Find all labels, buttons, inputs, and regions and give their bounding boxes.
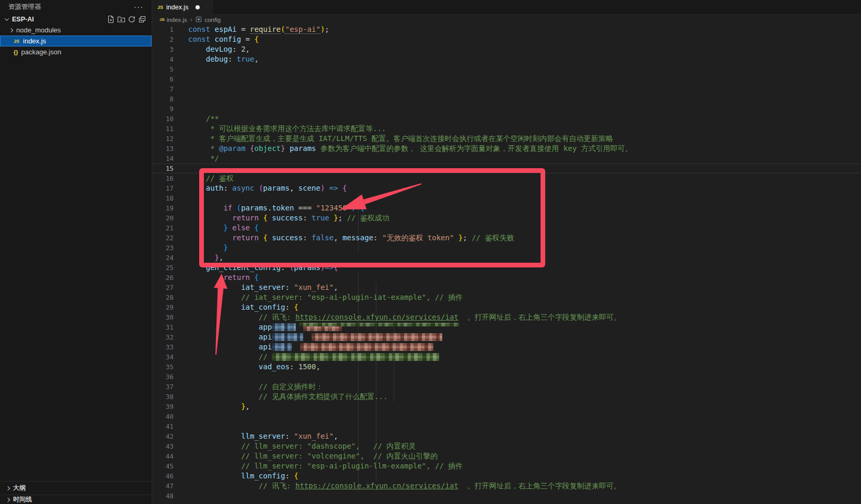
code-line[interactable]: 4 debug: true, <box>152 54 861 64</box>
new-folder-icon[interactable] <box>116 15 127 24</box>
code-line[interactable]: 5 <box>152 64 861 74</box>
code-line[interactable]: 39 }, <box>152 402 861 412</box>
line-number[interactable]: 12 <box>152 134 174 144</box>
line-number[interactable]: 38 <box>152 392 174 402</box>
code-line[interactable]: 34 // <box>152 352 861 362</box>
line-number[interactable]: 15 <box>152 163 174 173</box>
line-number[interactable]: 31 <box>152 322 174 332</box>
code-line[interactable]: 44 // llm_server: "volcengine", // 内置火山引… <box>152 451 861 461</box>
line-number[interactable]: 32 <box>152 332 174 342</box>
code-line[interactable]: 14 */ <box>152 154 861 163</box>
line-number[interactable]: 24 <box>152 253 174 263</box>
line-number[interactable]: 16 <box>152 173 174 183</box>
line-number[interactable]: 7 <box>152 84 174 94</box>
code-line[interactable]: 16 // 鉴权 <box>152 173 861 183</box>
code-line[interactable]: 11 * 可以根据业务需求用这个方法去库中请求配置等... <box>152 124 861 134</box>
sidebar-panel-outline[interactable]: 大纲 <box>0 481 152 495</box>
line-number[interactable]: 33 <box>152 342 174 352</box>
code-line[interactable]: 13 * @param {object} params 参数为客户端中配置的参数… <box>152 144 861 154</box>
line-number[interactable]: 26 <box>152 273 174 283</box>
more-actions-icon[interactable]: ··· <box>131 4 146 9</box>
code-line[interactable]: 12 * 客户端配置生成，主要是生成 IAT/LLM/TTS 配置。客户端首次连… <box>152 134 861 144</box>
code-line[interactable]: 36 <box>152 372 861 382</box>
line-number[interactable]: 18 <box>152 193 174 203</box>
line-number[interactable]: 19 <box>152 203 174 213</box>
code-line[interactable]: 28 // iat_server: "esp-ai-plugin-iat-exa… <box>152 292 861 302</box>
line-number[interactable]: 11 <box>152 124 174 134</box>
code-line[interactable]: 48 <box>152 491 861 501</box>
refresh-icon[interactable] <box>127 15 137 24</box>
line-number[interactable]: 47 <box>152 481 174 491</box>
line-number[interactable]: 39 <box>152 402 174 412</box>
code-line[interactable]: 45 // llm_server: "esp-ai-plugin-llm-exa… <box>152 461 861 471</box>
code-line[interactable]: 35 vad_eos: 1500, <box>152 362 861 372</box>
code-line[interactable]: 18 <box>152 193 861 203</box>
code-line[interactable]: 42 llm_server: "xun_fei", <box>152 431 861 441</box>
code-line[interactable]: 2const config = { <box>152 34 861 44</box>
breadcrumb-symbol[interactable]: config <box>204 17 221 23</box>
code-line[interactable]: 25 gen_client_config: (params)=>{ <box>152 263 861 273</box>
code-line[interactable]: 19 if (params.token === "123456") { <box>152 203 861 213</box>
code-line[interactable]: 46 llm_config: { <box>152 471 861 481</box>
line-number[interactable]: 6 <box>152 74 174 84</box>
line-number[interactable]: 44 <box>152 451 174 461</box>
line-number[interactable]: 41 <box>152 421 174 431</box>
line-number[interactable]: 1 <box>152 25 174 34</box>
line-number[interactable]: 17 <box>152 183 174 193</box>
line-number[interactable]: 45 <box>152 461 174 471</box>
code-line[interactable]: 41 <box>152 421 861 431</box>
line-number[interactable]: 25 <box>152 263 174 273</box>
sidebar-section-esp-ai[interactable]: ESP-AI <box>0 14 152 25</box>
code-line[interactable]: 8 <box>152 94 861 104</box>
line-number[interactable]: 35 <box>152 362 174 372</box>
code-line[interactable]: 3 devLog: 2, <box>152 44 861 54</box>
code-line[interactable]: 32 api <box>152 332 861 342</box>
code-line[interactable]: 38 // 见具体插件文档提供了什么配置... <box>152 392 861 402</box>
collapse-all-icon[interactable] <box>137 15 147 24</box>
code-line[interactable]: 30 // 讯飞: https://console.xfyun.cn/servi… <box>152 312 861 322</box>
line-number[interactable]: 42 <box>152 431 174 441</box>
line-number[interactable]: 3 <box>152 44 174 54</box>
line-number[interactable]: 27 <box>152 283 174 292</box>
code-editor[interactable]: 1const espAi = require("esp-ai");2const … <box>152 25 861 501</box>
code-line[interactable]: 40 <box>152 412 861 421</box>
sidebar-item-index-js[interactable]: JS index.js <box>0 36 152 46</box>
line-number[interactable]: 37 <box>152 382 174 392</box>
code-line[interactable]: 31 app <box>152 322 861 332</box>
breadcrumb-file[interactable]: index.js <box>167 17 187 23</box>
line-number[interactable]: 40 <box>152 412 174 421</box>
code-line[interactable]: 20 return { success: true }; // 鉴权成功 <box>152 213 861 223</box>
code-line[interactable]: 43 // llm_server: "dashscope", // 内置积灵 <box>152 441 861 451</box>
line-number[interactable]: 5 <box>152 64 174 74</box>
code-line[interactable]: 22 return { success: false, message: "无效… <box>152 233 861 243</box>
code-line[interactable]: 21 } else { <box>152 223 861 233</box>
line-number[interactable]: 21 <box>152 223 174 233</box>
code-line[interactable]: 47 // 讯飞: https://console.xfyun.cn/servi… <box>152 481 861 491</box>
line-number[interactable]: 9 <box>152 104 174 114</box>
code-line[interactable]: 15 <box>152 163 861 173</box>
sidebar-item-node-modules[interactable]: node_modules <box>0 25 152 36</box>
line-number[interactable]: 29 <box>152 302 174 312</box>
sidebar-panel-timeline[interactable]: 时间线 <box>0 495 152 504</box>
line-number[interactable]: 14 <box>152 154 174 163</box>
line-number[interactable]: 20 <box>152 213 174 223</box>
line-number[interactable]: 36 <box>152 372 174 382</box>
code-line[interactable]: 33 api <box>152 342 861 352</box>
new-file-icon[interactable] <box>106 15 116 24</box>
tab-index-js[interactable]: JS index.js <box>152 0 213 15</box>
line-number[interactable]: 43 <box>152 441 174 451</box>
code-line[interactable]: 17 auth: async (params, scene) => { <box>152 183 861 193</box>
line-number[interactable]: 10 <box>152 114 174 124</box>
line-number[interactable]: 30 <box>152 312 174 322</box>
code-line[interactable]: 9 <box>152 104 861 114</box>
code-line[interactable]: 27 iat_server: "xun_fei", <box>152 283 861 292</box>
code-line[interactable]: 24 }, <box>152 253 861 263</box>
line-number[interactable]: 4 <box>152 54 174 64</box>
sidebar-item-package-json[interactable]: {} package.json <box>0 46 152 57</box>
code-line[interactable]: 23 } <box>152 243 861 253</box>
line-number[interactable]: 2 <box>152 34 174 44</box>
line-number[interactable]: 13 <box>152 144 174 154</box>
unsaved-dot-icon[interactable] <box>196 5 200 9</box>
line-number[interactable]: 46 <box>152 471 174 481</box>
code-line[interactable]: 7 <box>152 84 861 94</box>
